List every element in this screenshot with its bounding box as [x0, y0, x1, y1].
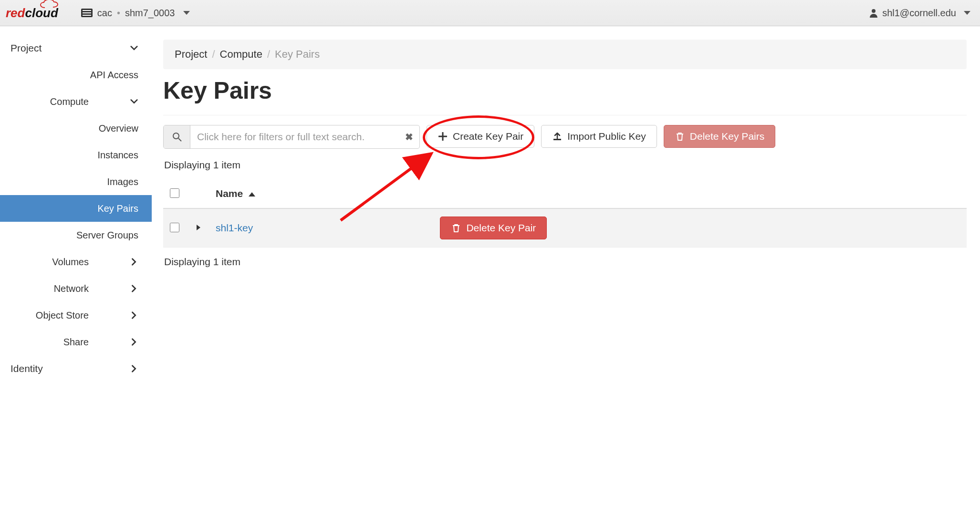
project-switcher[interactable]: cac • shm7_0003 — [81, 8, 190, 19]
nav-label: Share — [10, 337, 130, 348]
chevron-right-icon — [130, 364, 138, 373]
select-all-checkbox[interactable] — [170, 188, 179, 198]
user-menu[interactable]: shl1@cornell.edu — [869, 8, 970, 19]
chevron-right-icon — [130, 284, 138, 293]
table-row: shl1-key Delete Key Pair — [163, 208, 967, 248]
key-pair-link[interactable]: shl1-key — [216, 222, 253, 233]
svg-rect-1 — [83, 10, 91, 11]
nav-compute-overview[interactable]: Overview — [0, 115, 152, 142]
nav-compute-key-pairs[interactable]: Key Pairs — [0, 195, 152, 222]
breadcrumb-sep: / — [212, 48, 215, 61]
plus-icon — [438, 131, 448, 142]
nav-label: Volumes — [10, 257, 130, 268]
clear-search-icon[interactable]: ✖ — [398, 125, 419, 148]
project-org: cac — [97, 8, 112, 19]
nav-network[interactable]: Network — [0, 275, 152, 302]
nav-volumes[interactable]: Volumes — [0, 248, 152, 275]
nav-identity[interactable]: Identity — [0, 355, 152, 382]
caret-down-icon — [183, 11, 190, 15]
nav-share[interactable]: Share — [0, 329, 152, 355]
sort-asc-icon — [249, 192, 255, 196]
nav-project-label: Project — [10, 42, 42, 54]
breadcrumb-project[interactable]: Project — [175, 48, 207, 61]
breadcrumb-current: Key Pairs — [275, 48, 320, 61]
header-name-label: Name — [216, 188, 243, 199]
svg-point-4 — [872, 9, 876, 13]
nav-api-access-label: API Access — [90, 70, 138, 81]
brand-logo[interactable]: red cloud — [6, 6, 58, 21]
item-count-bottom: Displaying 1 item — [164, 256, 966, 268]
chevron-right-icon — [130, 311, 138, 320]
project-separator: • — [117, 8, 120, 19]
nav-compute[interactable]: Compute — [0, 88, 152, 115]
svg-point-5 — [173, 133, 179, 139]
nav-label: Identity — [10, 363, 43, 374]
header-select-all — [163, 179, 190, 208]
chevron-right-icon — [130, 338, 138, 346]
chevron-right-icon — [130, 258, 138, 266]
svg-rect-7 — [553, 139, 561, 140]
button-label: Create Key Pair — [453, 131, 523, 142]
nav-compute-instances[interactable]: Instances — [0, 142, 152, 168]
search-input[interactable] — [190, 125, 398, 148]
button-label: Delete Key Pairs — [690, 131, 764, 142]
delete-key-pair-button[interactable]: Delete Key Pair — [440, 217, 547, 239]
nav-label: Key Pairs — [97, 203, 138, 214]
main-content: Project / Compute / Key Pairs Key Pairs … — [152, 26, 980, 517]
project-name: shm7_0003 — [125, 8, 175, 19]
search-icon — [164, 125, 190, 148]
search-box: ✖ — [163, 125, 420, 149]
svg-rect-3 — [83, 15, 91, 16]
toolbar: ✖ Create Key Pair Import Public Key Dele… — [163, 125, 967, 149]
caret-down-icon — [964, 11, 970, 15]
nav-project[interactable]: Project — [0, 35, 152, 62]
divider — [163, 115, 967, 115]
breadcrumb: Project / Compute / Key Pairs — [163, 40, 967, 69]
nav-api-access[interactable]: API Access — [0, 62, 152, 88]
nav-label: Images — [107, 176, 138, 187]
logo-text-red: red — [6, 6, 25, 21]
header-name[interactable]: Name — [211, 179, 435, 208]
chevron-down-icon — [130, 44, 138, 52]
breadcrumb-compute[interactable]: Compute — [220, 48, 262, 61]
svg-rect-2 — [83, 12, 91, 13]
trash-icon — [675, 131, 685, 142]
upload-icon — [552, 131, 563, 142]
import-public-key-button[interactable]: Import Public Key — [541, 125, 657, 148]
nav-label: Object Store — [10, 310, 130, 321]
user-icon — [869, 8, 878, 18]
header-expander — [190, 179, 211, 208]
button-label: Import Public Key — [567, 131, 646, 142]
button-label: Delete Key Pair — [466, 222, 536, 234]
row-checkbox[interactable] — [170, 223, 179, 232]
expand-row-icon[interactable] — [195, 224, 202, 231]
item-count-top: Displaying 1 item — [164, 159, 966, 171]
nav-label: Overview — [99, 123, 138, 134]
project-icon — [81, 9, 93, 17]
svg-line-6 — [178, 138, 181, 141]
nav-compute-server-groups[interactable]: Server Groups — [0, 222, 152, 248]
breadcrumb-sep: / — [267, 48, 270, 61]
nav-label: Server Groups — [76, 230, 138, 241]
delete-key-pairs-button[interactable]: Delete Key Pairs — [664, 125, 775, 148]
cloud-outline-icon — [39, 0, 65, 11]
nav-compute-images[interactable]: Images — [0, 168, 152, 195]
page-title: Key Pairs — [163, 77, 967, 104]
header-actions — [435, 179, 967, 208]
trash-icon — [451, 223, 461, 233]
sidebar: Project API Access Compute Overview Inst… — [0, 26, 152, 517]
nav-compute-label: Compute — [10, 96, 130, 107]
key-pairs-table: Name shl1-key — [163, 179, 967, 248]
nav-object-store[interactable]: Object Store — [0, 302, 152, 329]
create-key-pair-button[interactable]: Create Key Pair — [427, 125, 534, 148]
top-bar: red cloud cac • shm7_0003 shl1@cornell.e… — [0, 0, 980, 26]
chevron-down-icon — [130, 97, 138, 106]
user-email: shl1@cornell.edu — [882, 8, 956, 19]
nav-label: Instances — [97, 150, 138, 161]
nav-label: Network — [10, 283, 130, 294]
